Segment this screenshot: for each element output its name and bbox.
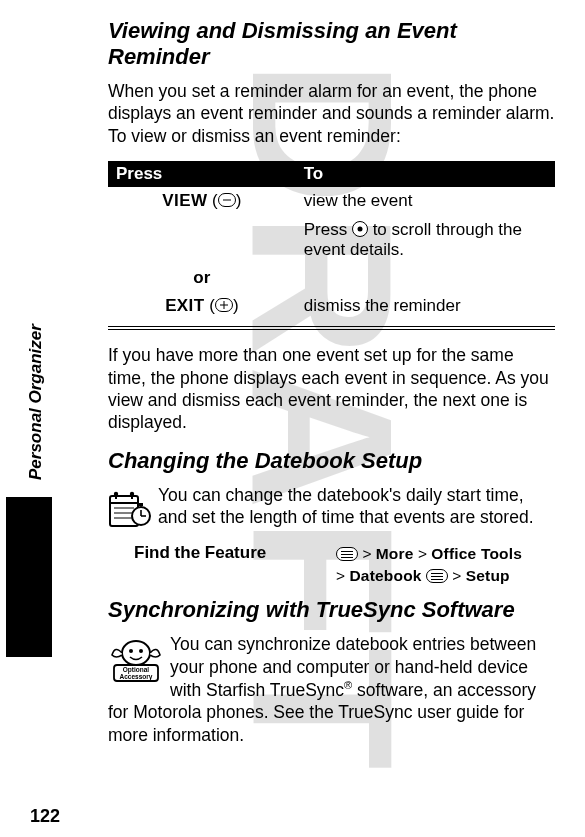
table-row: VIEW () view the event: [108, 187, 555, 215]
truesync-paragraph: You can synchronize datebook entries bet…: [108, 633, 555, 746]
cell-view-event: view the event: [296, 187, 555, 215]
datebook-icon: [108, 486, 152, 530]
feature-path: > More > Office Tools > Datebook > Setup: [336, 543, 555, 588]
left-softkey-icon: [218, 193, 236, 207]
nav-key-icon: [352, 221, 368, 237]
heading-truesync: Synchronizing with TrueSync Software: [108, 597, 555, 623]
table-end-rule: [108, 326, 555, 330]
find-the-feature-row: Find the Feature > More > Office Tools >…: [108, 543, 555, 588]
paren-open: (: [212, 191, 218, 210]
table-row: Press to scroll through the event detail…: [108, 215, 555, 264]
path-datebook: Datebook: [349, 567, 421, 584]
changing-setup-paragraph: You can change the datebook's daily star…: [108, 484, 555, 529]
svg-point-14: [129, 649, 133, 653]
right-softkey-icon: [215, 298, 233, 312]
heading-viewing-dismissing: Viewing and Dismissing an Event Reminder: [108, 18, 555, 70]
heading-changing-setup: Changing the Datebook Setup: [108, 448, 555, 474]
softkey-view-label: VIEW: [162, 191, 207, 210]
find-the-feature-label: Find the Feature: [134, 543, 336, 588]
cell-or: or: [108, 264, 296, 292]
softkey-exit-label: EXIT: [165, 296, 204, 315]
page-number: 122: [30, 806, 60, 827]
table-header-to: To: [296, 161, 555, 187]
table-row: EXIT () dismiss the reminder: [108, 292, 555, 320]
path-office-tools: Office Tools: [431, 545, 522, 562]
table-header-press: Press: [108, 161, 296, 187]
paren-close: ): [233, 296, 239, 315]
menu-key-icon: [426, 569, 448, 583]
paren-close: ): [236, 191, 242, 210]
cell-scroll-details: Press to scroll through the event detail…: [296, 215, 555, 264]
table-row: or: [108, 264, 555, 292]
text-press: Press: [304, 220, 352, 239]
menu-key-icon: [336, 547, 358, 561]
svg-point-15: [139, 649, 143, 653]
svg-text:Accessory: Accessory: [120, 673, 153, 681]
page-content: Viewing and Dismissing an Event Reminder…: [0, 0, 585, 770]
path-setup: Setup: [466, 567, 510, 584]
multi-event-paragraph: If you have more than one event set up f…: [108, 344, 555, 434]
svg-point-13: [122, 641, 150, 665]
intro-paragraph: When you set a reminder alarm for an eve…: [108, 80, 555, 147]
cell-dismiss: dismiss the reminder: [296, 292, 555, 320]
registered-mark: ®: [344, 679, 352, 691]
svg-rect-12: [139, 503, 143, 506]
press-to-table: Press To VIEW () view the event Press to…: [108, 161, 555, 320]
path-more: More: [376, 545, 414, 562]
optional-accessory-icon: Optional Accessory: [108, 635, 164, 683]
